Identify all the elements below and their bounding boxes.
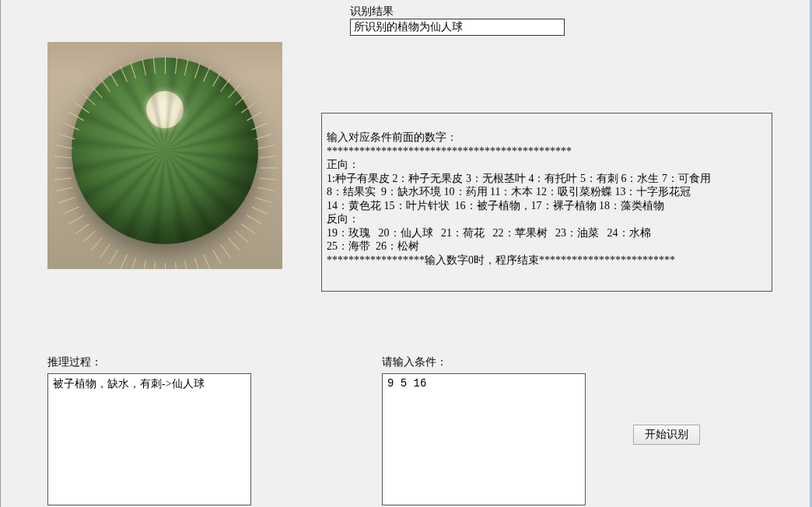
plant-image: [47, 42, 282, 269]
result-output[interactable]: [350, 19, 565, 36]
cactus-graphic: [72, 58, 258, 244]
condition-input-label: 请输入条件：: [382, 355, 447, 369]
reasoning-label: 推理过程：: [47, 355, 102, 369]
start-recognition-button[interactable]: 开始识别: [633, 425, 700, 445]
reasoning-output[interactable]: [47, 373, 251, 505]
instructions-panel: 输入对应条件前面的数字： ***************************…: [321, 113, 772, 292]
result-label: 识别结果: [350, 5, 394, 19]
condition-input[interactable]: [382, 373, 586, 505]
